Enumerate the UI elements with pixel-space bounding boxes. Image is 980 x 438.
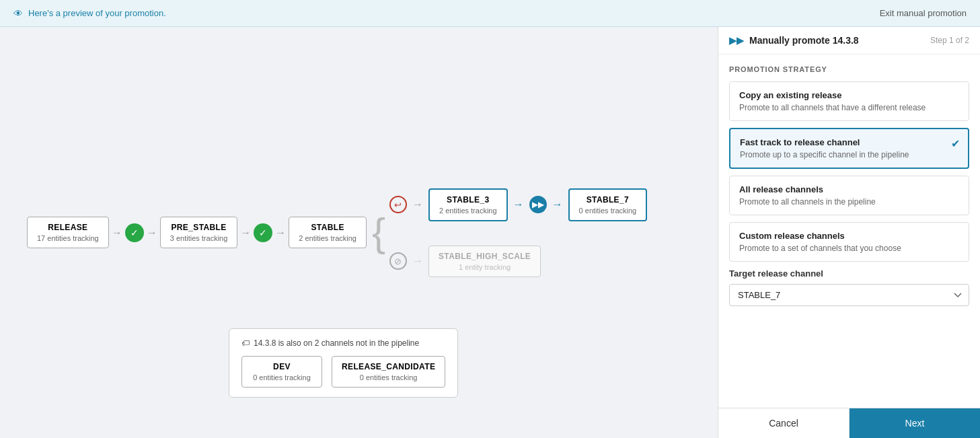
preview-text: Here's a preview of your promotion. xyxy=(28,8,166,18)
strategy-card-custom-title: Custom release channels xyxy=(739,231,959,241)
extra-channels-nodes: DEV 0 entities tracking RELEASE_CANDIDAT… xyxy=(241,356,445,388)
node-pre-stable: PRE_STABLE 3 entities tracking xyxy=(160,217,238,248)
panel-body: PROMOTION STRATEGY Copy an existing rele… xyxy=(718,54,980,408)
strategy-card-fast-track-desc: Promote up to a specific channel in the … xyxy=(740,150,958,159)
strategy-card-all-desc: Promote to all channels in the pipeline xyxy=(739,197,959,207)
preview-message: 👁 Here's a preview of your promotion. xyxy=(13,8,166,19)
eye-icon: 👁 xyxy=(13,8,23,19)
target-channel-label: Target release channel xyxy=(729,268,969,279)
branch-row-1: ↩ → STABLE_3 2 entities tracking → ▶▶ → xyxy=(389,188,647,221)
strategy-card-copy-desc: Promote to all channels that have a diff… xyxy=(739,103,959,112)
extra-node-rc: RELEASE_CANDIDATE 0 entities tracking xyxy=(332,356,445,388)
branch-row-2: ⊘ → STABLE_HIGH_SCALE 1 entity tracking xyxy=(389,246,647,277)
promote-icon: ▶▶ xyxy=(729,35,744,46)
extra-node-dev: DEV 0 entities tracking xyxy=(241,356,322,388)
strategy-label: PROMOTION STRATEGY xyxy=(729,65,969,73)
strategy-card-fast-track[interactable]: Fast track to release channel Promote up… xyxy=(729,128,969,169)
redo-icon: ↩ xyxy=(389,196,407,213)
check-1: ✓ xyxy=(125,223,144,242)
strategy-card-fast-track-title: Fast track to release channel xyxy=(740,137,958,147)
arrow-2: → xyxy=(144,227,160,239)
arrow-b3: → xyxy=(550,198,566,211)
node-stable-high-scale: STABLE_HIGH_SCALE 1 entity tracking xyxy=(428,246,541,277)
pipeline-canvas: RELEASE 17 entities tracking → ✓ → PRE_S… xyxy=(0,27,718,438)
strategy-card-all-channels[interactable]: All release channels Promote to all chan… xyxy=(729,176,969,215)
play-icon: ▶▶ xyxy=(529,196,547,213)
arrow-3: → xyxy=(237,227,254,239)
panel-title: ▶▶ Manually promote 14.3.8 xyxy=(729,35,859,46)
strategy-card-copy-title: Copy an existing release xyxy=(739,90,959,100)
arrow-b4: → xyxy=(410,255,426,267)
panel-header: ▶▶ Manually promote 14.3.8 Step 1 of 2 xyxy=(718,27,980,54)
node-stable: STABLE 2 entities tracking xyxy=(289,217,367,248)
arrow-4: → xyxy=(272,227,289,239)
tag-icon: 🏷 xyxy=(241,338,250,348)
strategy-card-custom[interactable]: Custom release channels Promote to a set… xyxy=(729,222,969,262)
arrow-1: → xyxy=(109,227,125,239)
cancel-button[interactable]: Cancel xyxy=(718,408,850,438)
top-bar: 👁 Here's a preview of your promotion. Ex… xyxy=(0,0,980,27)
node-release: RELEASE 17 entities tracking xyxy=(27,217,109,248)
branch-brace: { xyxy=(372,213,385,253)
block-icon: ⊘ xyxy=(389,252,407,270)
extra-channels-box: 🏷 14.3.8 is also on 2 channels not in th… xyxy=(229,328,458,398)
pipeline-flow: RELEASE 17 entities tracking → ✓ → PRE_S… xyxy=(27,188,647,277)
main-area: RELEASE 17 entities tracking → ✓ → PRE_S… xyxy=(0,27,980,438)
strategy-check-icon: ✔ xyxy=(951,137,960,150)
check-2: ✓ xyxy=(254,223,272,242)
next-button[interactable]: Next xyxy=(850,408,980,438)
node-stable-7: STABLE_7 0 entities tracking xyxy=(568,188,648,221)
panel-step: Step 1 of 2 xyxy=(930,36,969,45)
strategy-card-copy[interactable]: Copy an existing release Promote to all … xyxy=(729,81,969,121)
arrow-b1: → xyxy=(410,198,426,211)
branch-split: ↩ → STABLE_3 2 entities tracking → ▶▶ → xyxy=(389,188,647,277)
exit-button[interactable]: Exit manual promotion xyxy=(880,8,967,18)
panel-footer: Cancel Next xyxy=(718,408,980,438)
node-stable-3: STABLE_3 2 entities tracking xyxy=(428,188,508,221)
strategy-card-all-title: All release channels xyxy=(739,184,959,194)
strategy-card-custom-desc: Promote to a set of channels that you ch… xyxy=(739,244,959,253)
right-panel: ▶▶ Manually promote 14.3.8 Step 1 of 2 P… xyxy=(718,27,980,438)
target-channel-select[interactable]: STABLE_3 STABLE_7 STABLE_HIGH_SCALE xyxy=(729,284,969,306)
arrow-b2: → xyxy=(511,198,527,211)
extra-channels-title: 🏷 14.3.8 is also on 2 channels not in th… xyxy=(241,338,445,348)
